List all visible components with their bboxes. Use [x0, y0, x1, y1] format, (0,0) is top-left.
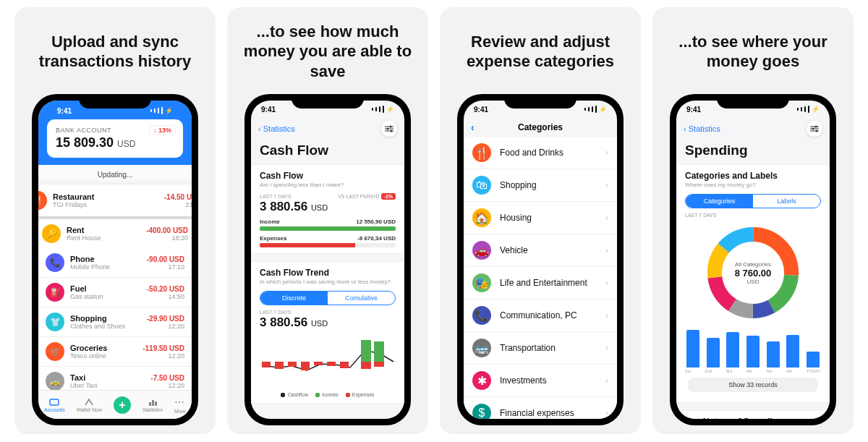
bar-axis: 1st2nd3rd4th5th6thTODAY — [685, 369, 821, 373]
back-button[interactable]: ‹ Statistics — [684, 124, 720, 133]
svg-rect-12 — [374, 341, 384, 362]
transaction-row[interactable]: ⛽ FuelGas station -50.20 USD14:50 — [38, 278, 192, 307]
category-row[interactable]: 🛍 Shopping› — [464, 169, 617, 202]
settings-icon[interactable] — [807, 121, 822, 137]
category-row[interactable]: 🎭 Life and Entertainment› — [464, 267, 617, 299]
trend-section: Cash Flow Trend In which periods I was s… — [251, 261, 404, 404]
svg-point-9 — [391, 130, 393, 132]
categories-section: Categories and Labels Where does my mone… — [676, 164, 830, 403]
transaction-list[interactable]: 🍴 RestaurantTGI Fridays -14.50 USD21:30🔑… — [38, 184, 192, 396]
chevron-right-icon: › — [605, 278, 608, 288]
panel-3-title: Review and adjust expense categories — [447, 19, 634, 84]
chevron-right-icon: › — [605, 213, 608, 223]
svg-rect-17 — [314, 362, 323, 365]
category-icon: 🎭 — [472, 273, 491, 292]
next-section: The Nature of Spending — [676, 410, 830, 419]
phone-frame: 9:41 ⚡ ‹ Statistics Spending Categories … — [670, 94, 836, 425]
category-row[interactable]: ✱ Investments› — [464, 365, 617, 397]
chevron-right-icon: › — [605, 375, 608, 386]
transaction-row[interactable]: 🔑 RentRent House -400.00 USD18:20 — [38, 219, 192, 248]
transaction-row[interactable]: 👕 ShoppingClothes and Shoes -29.90 USD12… — [38, 307, 192, 337]
category-row[interactable]: 🏠 Housing› — [464, 202, 617, 234]
settings-icon[interactable] — [381, 121, 397, 137]
status-icons: ⚡ — [150, 107, 173, 114]
panel-1: Upload and sync transactions history 9:4… — [14, 7, 216, 434]
svg-point-25 — [815, 126, 817, 128]
back-button[interactable]: ‹ Statistics — [258, 124, 295, 133]
svg-rect-11 — [361, 340, 371, 362]
add-button[interactable]: + — [114, 396, 131, 414]
back-button[interactable]: ‹ — [471, 122, 475, 133]
nav-bar: ‹ Categories — [464, 118, 617, 137]
svg-rect-15 — [288, 362, 297, 367]
tab-bar: Accounts Wallet Now + Statistics ⋯More — [38, 390, 192, 419]
category-row[interactable]: $ Financial expenses› — [464, 397, 617, 419]
category-icon: 🔑 — [42, 224, 61, 243]
transaction-row[interactable]: 🛒 GroceriesTesco online -119.50 USD12:20 — [38, 337, 192, 367]
chevron-right-icon: › — [605, 343, 608, 353]
svg-rect-1 — [149, 402, 151, 406]
panel-2: ...to see how much money you are able to… — [227, 7, 428, 434]
category-row[interactable]: 🚗 Vehicle› — [464, 234, 617, 267]
show-records-button[interactable]: Show 33 records — [688, 378, 818, 392]
category-icon: 🍴 — [38, 191, 47, 210]
chevron-right-icon: › — [605, 310, 608, 320]
transaction-row[interactable]: 📞 PhoneMobile Phone -90.00 USD17:10 — [38, 248, 192, 278]
category-icon: 🍴 — [472, 143, 491, 162]
segment-control[interactable]: DiscreteComulative — [260, 291, 396, 305]
change-badge: ↓ 13% — [149, 125, 176, 135]
nav-bar: ‹ Statistics — [676, 118, 830, 140]
panel-4-title: ...to see where your money goes — [660, 19, 846, 84]
svg-rect-21 — [374, 362, 384, 367]
tab-accounts[interactable]: Accounts — [44, 398, 65, 412]
svg-rect-13 — [262, 362, 271, 367]
page-title: Categories — [518, 122, 563, 132]
chart-legend: Cashflow Icomes Expenses — [260, 392, 396, 397]
category-icon: ⛽ — [46, 283, 64, 302]
donut-chart: All Categories 8 760.00 USD — [702, 222, 804, 323]
category-icon: 📞 — [46, 253, 64, 272]
category-icon: 👕 — [46, 313, 64, 331]
balance-amount: 15 809.30 — [56, 135, 114, 150]
phone-frame: 9:41 ⚡ ‹ Categories 🍴 Food and Drinks›🛍 … — [457, 94, 624, 425]
category-icon: ✱ — [472, 371, 491, 390]
category-icon: 🛒 — [46, 342, 64, 361]
updating-label: Updating... — [38, 165, 192, 184]
balance-card[interactable]: BANK ACCOUNT 15 809.30 USD ↓ 13% — [47, 119, 183, 158]
chevron-right-icon: › — [605, 180, 608, 190]
tab-wallet[interactable]: Wallet Now — [77, 398, 102, 412]
cashflow-section: Cash Flow Am I spending less than I make… — [251, 164, 404, 254]
category-row[interactable]: 🍴 Food and Drinks› — [464, 137, 617, 169]
phone-frame: 9:41 ⚡ ‹ Statistics Cash Flow Cash Flow … — [244, 94, 411, 425]
svg-point-7 — [390, 126, 392, 128]
trend-chart — [260, 333, 397, 391]
svg-rect-2 — [152, 400, 154, 406]
category-icon: $ — [472, 404, 491, 419]
bar-chart — [685, 328, 821, 367]
svg-rect-16 — [301, 362, 310, 370]
segment-control[interactable]: CategoriesLabels — [685, 194, 821, 208]
category-icon: 📞 — [472, 306, 491, 325]
chevron-right-icon: › — [605, 245, 608, 255]
category-row[interactable]: 📞 Communication, PC› — [464, 299, 617, 332]
category-list[interactable]: 🍴 Food and Drinks›🛍 Shopping›🏠 Housing›🚗… — [464, 137, 617, 419]
nav-bar: ‹ Statistics — [251, 118, 404, 140]
category-row[interactable]: 🚌 Transportation› — [464, 332, 617, 365]
phone-frame: 9:41 ⚡ BANK ACCOUNT 15 809.30 USD ↓ 13% … — [32, 94, 198, 425]
category-icon: 🚗 — [472, 241, 491, 260]
panel-4: ...to see where your money goes 9:41 ⚡ ‹… — [652, 7, 854, 434]
svg-rect-3 — [155, 401, 157, 406]
category-icon: 🚌 — [472, 339, 491, 357]
svg-rect-19 — [340, 362, 349, 368]
tab-statistics[interactable]: Statistics — [142, 398, 163, 412]
svg-rect-20 — [361, 362, 371, 369]
svg-rect-0 — [50, 399, 59, 405]
category-icon: 🚕 — [46, 372, 64, 391]
page-title: Spending — [676, 140, 830, 164]
chevron-right-icon: › — [605, 148, 608, 158]
tab-more[interactable]: ⋯More — [174, 396, 186, 414]
panel-2-title: ...to see how much money you are able to… — [234, 19, 421, 84]
svg-point-27 — [816, 130, 818, 132]
transaction-row[interactable]: 🍴 RestaurantTGI Fridays -14.50 USD21:30 — [38, 184, 192, 216]
svg-point-26 — [812, 128, 814, 130]
